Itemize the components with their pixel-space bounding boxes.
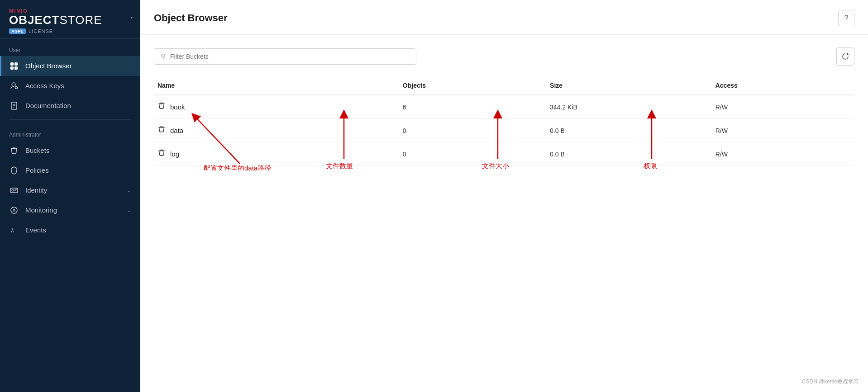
id-icon xyxy=(9,185,19,195)
bucket-name: book xyxy=(170,103,185,111)
person-key-icon xyxy=(9,81,19,91)
sidebar-item-label: Monitoring xyxy=(25,206,57,214)
sidebar-item-buckets[interactable]: Buckets xyxy=(0,141,140,161)
table-row[interactable]: book 6 344.2 KiB R/W xyxy=(154,95,854,119)
main-content: ⚲ Name Objects Size Access xyxy=(140,35,868,392)
table-row[interactable]: data 0 0.0 B R/W xyxy=(154,119,854,142)
search-icon: ⚲ xyxy=(161,52,166,61)
cell-objects: 0 xyxy=(399,142,546,166)
search-box: ⚲ xyxy=(154,48,416,65)
bucket-name: data xyxy=(170,127,183,134)
help-button[interactable]: ? xyxy=(838,10,854,26)
col-objects: Objects xyxy=(399,76,546,95)
watermark: CSDN @kettle教程学习 xyxy=(802,378,859,386)
shield-icon xyxy=(9,165,19,175)
cell-name: data xyxy=(154,119,399,142)
page-title: Object Browser xyxy=(154,12,228,24)
grid-icon xyxy=(9,61,19,71)
cell-access: R/W xyxy=(712,142,854,166)
sidebar-item-access-keys[interactable]: Access Keys xyxy=(0,76,140,96)
main-header: Object Browser ? xyxy=(140,0,868,35)
svg-point-15 xyxy=(11,207,17,213)
doc-icon xyxy=(9,101,19,111)
cell-objects: 6 xyxy=(399,95,546,119)
chevron-down-icon: ⌄ xyxy=(127,207,131,213)
cell-access: R/W xyxy=(712,95,854,119)
svg-rect-0 xyxy=(10,62,14,66)
user-section-label: User xyxy=(0,39,140,56)
sidebar-item-object-browser[interactable]: Object Browser xyxy=(0,56,140,76)
sidebar-divider xyxy=(9,119,131,120)
cell-objects: 0 xyxy=(399,119,546,142)
bucket-row-icon xyxy=(157,125,166,136)
svg-rect-1 xyxy=(14,62,18,66)
main-content-area: Object Browser ? ⚲ Name Objects Size Acc… xyxy=(140,0,868,392)
svg-rect-3 xyxy=(14,66,18,70)
col-size: Size xyxy=(546,76,712,95)
cell-name: book xyxy=(154,95,399,119)
cell-size: 0.0 B xyxy=(546,142,712,166)
table-row[interactable]: log 0 0.0 B R/W xyxy=(154,142,854,166)
col-access: Access xyxy=(712,76,854,95)
cell-access: R/W xyxy=(712,119,854,142)
cell-name: log xyxy=(154,142,399,166)
svg-rect-2 xyxy=(10,66,14,70)
bucket-icon xyxy=(9,146,19,156)
refresh-icon xyxy=(841,52,849,61)
svg-point-5 xyxy=(15,86,18,89)
sidebar-item-monitoring[interactable]: Monitoring ⌄ xyxy=(0,200,140,220)
cell-size: 344.2 KiB xyxy=(546,95,712,119)
lambda-icon: λ xyxy=(9,225,19,235)
monitor-icon xyxy=(9,205,19,215)
license-area: AGPL LICENSE xyxy=(9,28,131,34)
sidebar-item-label: Identity xyxy=(25,186,47,194)
bucket-row-icon xyxy=(157,149,166,159)
col-name: Name xyxy=(154,76,399,95)
admin-section-label: Administrator xyxy=(0,123,140,141)
license-text: LICENSE xyxy=(29,28,53,34)
chevron-down-icon: ⌄ xyxy=(127,187,131,194)
sidebar-item-label: Access Keys xyxy=(25,82,64,90)
svg-point-12 xyxy=(12,189,14,191)
bucket-name: log xyxy=(170,150,179,158)
search-input[interactable] xyxy=(170,53,410,60)
sidebar-item-documentation[interactable]: Documentation xyxy=(0,96,140,116)
sidebar-item-label: Buckets xyxy=(25,146,49,154)
sidebar: MIN|O OBJECTSTORE AGPL LICENSE ← User Ob… xyxy=(0,0,140,392)
toolbar: ⚲ xyxy=(154,47,854,66)
sidebar-item-policies[interactable]: Policies xyxy=(0,161,140,180)
sidebar-item-label: Policies xyxy=(25,166,49,174)
svg-text:λ: λ xyxy=(11,227,14,234)
bucket-table: Name Objects Size Access book 6 344.2 Ki… xyxy=(154,76,854,166)
sidebar-collapse-button[interactable]: ← xyxy=(128,13,138,23)
sidebar-item-label: Documentation xyxy=(25,102,71,109)
bucket-row-icon xyxy=(157,102,166,112)
sidebar-item-identity[interactable]: Identity ⌄ xyxy=(0,180,140,200)
sidebar-item-events[interactable]: λ Events xyxy=(0,220,140,240)
svg-point-16 xyxy=(13,209,15,211)
sidebar-item-label: Object Browser xyxy=(25,62,72,70)
table-header-row: Name Objects Size Access xyxy=(154,76,854,95)
sidebar-logo: MIN|O OBJECTSTORE AGPL LICENSE xyxy=(0,0,140,39)
refresh-button[interactable] xyxy=(836,47,854,66)
license-badge: AGPL xyxy=(9,28,26,34)
svg-rect-11 xyxy=(10,188,18,193)
svg-point-4 xyxy=(12,83,15,86)
sidebar-item-label: Events xyxy=(25,226,46,234)
cell-size: 0.0 B xyxy=(546,119,712,142)
app-title: OBJECTSTORE xyxy=(9,14,131,27)
